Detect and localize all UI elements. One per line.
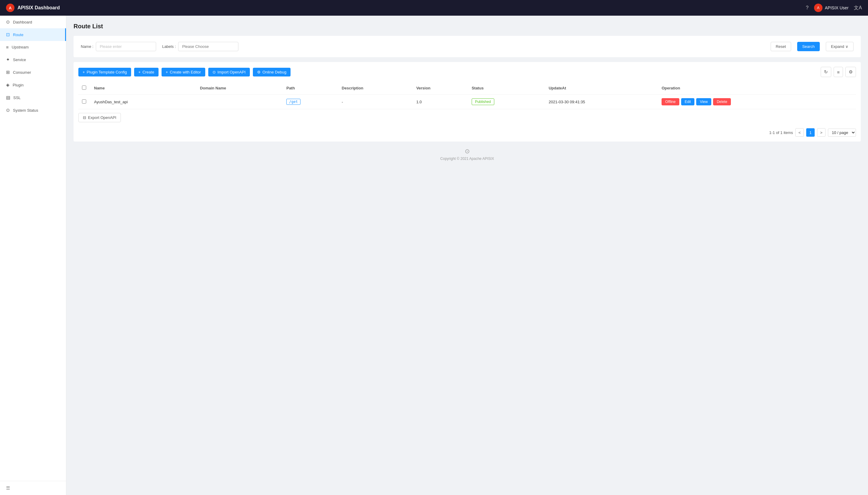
pagination-summary: 1-1 of 1 items (769, 130, 793, 135)
route-table: Name Domain Name Path Description Versio… (78, 82, 856, 109)
column-settings-button[interactable]: ≡ (834, 67, 843, 77)
sidebar-item-dashboard[interactable]: ⊙ Dashboard (0, 16, 66, 28)
sidebar-item-consumer[interactable]: ⊞ Consumer (0, 66, 66, 79)
row-update-at: 2021-03-30 09:41:35 (545, 95, 658, 109)
table-header: Name Domain Name Path Description Versio… (78, 82, 856, 95)
sidebar-item-label: System Status (13, 108, 38, 113)
help-icon[interactable]: ? (806, 5, 809, 11)
copyright-text: Copyright © 2021 Apache APISIX (440, 157, 494, 161)
sidebar-item-upstream[interactable]: ≡ Upstream (0, 41, 66, 53)
pagination-row: 1-1 of 1 items < 1 > 10 / page 20 / page… (78, 128, 856, 137)
refresh-button[interactable]: ↻ (821, 67, 831, 77)
name-label: Name : (81, 44, 94, 49)
table-toolbar: + Plugin Template Config + Create + Crea… (78, 67, 856, 77)
sidebar-item-label: Plugin (13, 83, 23, 87)
filter-row: Name : Labels : Reset Search Expand ∨ (81, 42, 853, 51)
service-icon: ✦ (6, 57, 10, 62)
export-icon: ⊟ (83, 115, 86, 120)
name-input[interactable] (96, 42, 156, 51)
sidebar-item-service[interactable]: ✦ Service (0, 53, 66, 66)
sidebar-item-label: Service (13, 57, 26, 62)
create-button[interactable]: + Create (134, 68, 159, 76)
path-badge: /get (286, 99, 300, 105)
route-icon: ⊡ (6, 32, 10, 37)
expand-label: Expand (831, 44, 844, 49)
sidebar-item-system-status[interactable]: ⊙ System Status (0, 104, 66, 117)
debug-icon: ⚙ (257, 70, 261, 74)
page-title: Route List (73, 23, 861, 30)
plus-icon: + (83, 70, 85, 74)
labels-filter-field: Labels : (162, 42, 239, 51)
plugin-template-config-button[interactable]: + Plugin Template Config (78, 68, 131, 76)
sidebar-item-route[interactable]: ⊡ Route (0, 28, 66, 41)
online-debug-button[interactable]: ⚙ Online Debug (253, 68, 291, 76)
plus-icon: + (166, 70, 168, 74)
sidebar-collapse-btn[interactable]: ☰ (0, 481, 66, 495)
col-description: Description (338, 82, 413, 95)
delete-button[interactable]: Delete (713, 98, 731, 105)
sidebar-item-label: Dashboard (13, 20, 32, 24)
topbar: A APISIX Dashboard ? A APISIX User 文A (0, 0, 868, 16)
row-status: Published (468, 95, 545, 109)
translate-icon[interactable]: 文A (854, 5, 862, 11)
app-title: APISIX Dashboard (17, 5, 60, 11)
user-name: APISIX User (825, 5, 849, 10)
sidebar-item-label: Route (13, 33, 23, 37)
user-menu[interactable]: A APISIX User (814, 4, 849, 12)
main-content: Route List Name : Labels : Reset Search … (66, 16, 868, 495)
sidebar-item-label: Consumer (13, 70, 31, 75)
row-checkbox-cell (78, 95, 91, 109)
footer: ⊙ Copyright © 2021 Apache APISIX (73, 141, 861, 167)
view-button[interactable]: View (696, 98, 711, 105)
labels-label: Labels : (162, 44, 176, 49)
plugin-template-label: Plugin Template Config (87, 70, 127, 74)
current-page-button[interactable]: 1 (806, 128, 815, 137)
plugin-icon: ◈ (6, 82, 10, 88)
row-path: /get (283, 95, 338, 109)
select-all-checkbox[interactable] (82, 86, 86, 90)
toolbar-right: ↻ ≡ ⚙ (821, 67, 856, 77)
row-name: AyushDas_test_api (91, 95, 197, 109)
row-operation: Offline Edit View Delete (658, 95, 856, 109)
sidebar-item-plugin[interactable]: ◈ Plugin (0, 79, 66, 91)
reset-button[interactable]: Reset (771, 42, 791, 51)
status-badge: Published (472, 99, 494, 105)
expand-button[interactable]: Expand ∨ (826, 42, 853, 51)
online-debug-label: Online Debug (263, 70, 286, 74)
import-icon: ⊙ (212, 70, 216, 74)
offline-button[interactable]: Offline (661, 98, 679, 105)
col-update-at: UpdateAt (545, 82, 658, 95)
table-settings-button[interactable]: ⚙ (846, 67, 856, 77)
sidebar-item-ssl[interactable]: ▤ SSL (0, 91, 66, 104)
create-editor-label: Create with Editor (170, 70, 201, 74)
chevron-down-icon: ∨ (846, 44, 848, 49)
ssl-icon: ▤ (6, 95, 10, 100)
sidebar-item-label: SSL (13, 96, 21, 100)
upstream-icon: ≡ (6, 45, 9, 50)
col-status: Status (468, 82, 545, 95)
edit-button[interactable]: Edit (681, 98, 695, 105)
next-page-button[interactable]: > (817, 128, 825, 137)
page-size-select[interactable]: 10 / page 20 / page 50 / page (828, 129, 856, 137)
col-version: Version (413, 82, 468, 95)
user-avatar: A (814, 4, 822, 12)
row-description: - (338, 95, 413, 109)
filter-card: Name : Labels : Reset Search Expand ∨ (73, 36, 861, 57)
row-checkbox[interactable] (82, 99, 86, 104)
export-openapi-button[interactable]: ⊟ Export OpenAPI (78, 113, 121, 122)
search-button[interactable]: Search (797, 42, 820, 51)
table-body: AyushDas_test_api /get - 1.0 Published 2… (78, 95, 856, 109)
prev-page-button[interactable]: < (796, 128, 804, 137)
col-domain-name: Domain Name (197, 82, 283, 95)
row-version: 1.0 (413, 95, 468, 109)
system-status-icon: ⊙ (6, 107, 10, 113)
create-label: Create (143, 70, 154, 74)
create-with-editor-button[interactable]: + Create with Editor (162, 68, 205, 76)
col-operation: Operation (658, 82, 856, 95)
table-card: + Plugin Template Config + Create + Crea… (73, 62, 861, 141)
import-openapi-button[interactable]: ⊙ Import OpenAPI (208, 68, 250, 76)
sidebar-item-label: Upstream (12, 45, 29, 49)
export-label: Export OpenAPI (88, 115, 116, 120)
labels-select[interactable] (178, 42, 239, 51)
operation-cell: Offline Edit View Delete (661, 98, 852, 105)
